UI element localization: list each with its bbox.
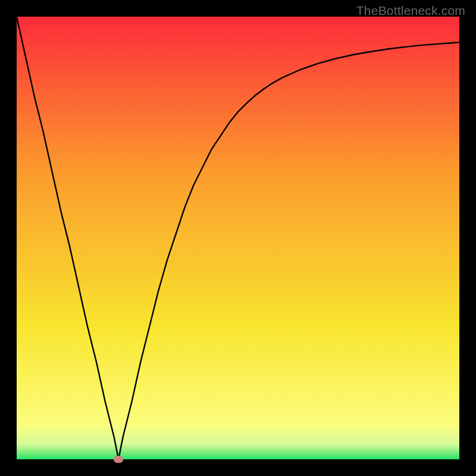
chart-frame: TheBottleneck.com	[0, 0, 476, 476]
plot-area	[17, 17, 459, 459]
watermark-text: TheBottleneck.com	[356, 4, 465, 18]
optimal-point-marker	[114, 456, 123, 463]
bottleneck-curve	[17, 17, 459, 459]
